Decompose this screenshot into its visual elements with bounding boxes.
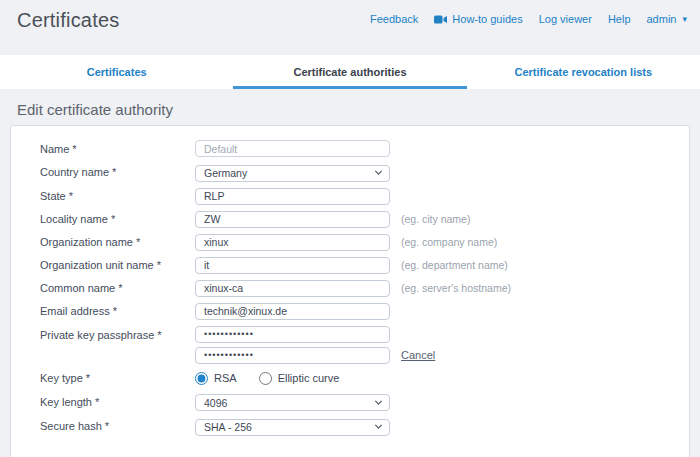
feedback-link[interactable]: Feedback (370, 13, 418, 25)
organization-label: Organization name* (31, 236, 195, 248)
locality-input[interactable] (195, 211, 390, 228)
state-label: State* (31, 190, 195, 202)
video-camera-icon (434, 15, 447, 24)
email-input[interactable] (195, 303, 390, 320)
header: Certificates Feedback How-to guides Log … (0, 0, 700, 55)
secure-hash-label: Secure hash* (31, 420, 195, 432)
organization-input[interactable] (195, 234, 390, 251)
field-row-organization-unit: Organization unit name* (eg. department … (31, 257, 669, 274)
howto-guides-label: How-to guides (452, 13, 522, 25)
howto-guides-link[interactable]: How-to guides (434, 13, 522, 25)
rsa-radio-label: RSA (214, 372, 237, 384)
country-label: Country name* (31, 166, 195, 178)
organization-unit-input[interactable] (195, 257, 390, 274)
key-type-rsa-radio[interactable]: RSA (195, 372, 237, 385)
field-row-country: Country name* Germany (31, 163, 669, 182)
passphrase-input[interactable] (195, 326, 390, 343)
field-row-locality: Locality name* (eg. city name) (31, 211, 669, 228)
organization-hint: (eg. company name) (401, 236, 497, 248)
field-row-common-name: Common name* (eg. server's hostname) (31, 280, 669, 297)
field-row-key-length: Key length* 4096 (31, 393, 669, 412)
field-row-state: State* (31, 188, 669, 205)
tab-bar: Certificates Certificate authorities Cer… (0, 55, 700, 89)
name-input[interactable] (195, 140, 390, 157)
state-input[interactable] (195, 188, 390, 205)
organization-unit-label: Organization unit name* (31, 259, 195, 271)
log-viewer-link[interactable]: Log viewer (539, 13, 592, 25)
locality-hint: (eg. city name) (401, 213, 470, 225)
page-title: Certificates (17, 9, 119, 32)
elliptic-curve-radio-input[interactable] (259, 372, 272, 385)
field-row-key-type: Key type* RSA Elliptic curve (31, 370, 669, 387)
section-title: Edit certificate authority (17, 101, 700, 118)
email-label: Email address* (31, 305, 195, 317)
field-row-organization: Organization name* (eg. company name) (31, 234, 669, 251)
key-type-elliptic-radio[interactable]: Elliptic curve (259, 372, 340, 385)
edit-certificate-authority-form: Name* Country name* Germany State* Local… (10, 125, 690, 457)
passphrase-label: Private key passphrase* (31, 326, 195, 341)
organization-unit-hint: (eg. department name) (401, 259, 508, 271)
key-length-label: Key length* (31, 396, 195, 408)
chevron-down-icon: ▾ (682, 15, 687, 24)
field-row-name: Name* (31, 140, 669, 157)
common-name-hint: (eg. server's hostname) (401, 282, 511, 294)
key-type-label: Key type* (31, 372, 195, 384)
secure-hash-select[interactable]: SHA - 256 (195, 419, 390, 436)
field-row-email: Email address* (31, 303, 669, 320)
admin-menu[interactable]: admin ▾ (647, 13, 688, 25)
tab-certificates[interactable]: Certificates (0, 55, 233, 89)
rsa-radio-input[interactable] (195, 372, 208, 385)
elliptic-curve-radio-label: Elliptic curve (278, 372, 340, 384)
key-length-select[interactable]: 4096 (195, 394, 390, 411)
name-label: Name* (31, 143, 195, 155)
top-links: Feedback How-to guides Log viewer Help a… (370, 13, 687, 25)
field-row-secure-hash: Secure hash* SHA - 256 (31, 417, 669, 436)
passphrase-confirm-input[interactable] (195, 347, 390, 364)
help-link[interactable]: Help (608, 13, 631, 25)
admin-menu-label: admin (647, 13, 677, 25)
locality-label: Locality name* (31, 213, 195, 225)
common-name-input[interactable] (195, 280, 390, 297)
cancel-link[interactable]: Cancel (401, 349, 435, 361)
country-select[interactable]: Germany (195, 165, 390, 182)
field-row-passphrase: Private key passphrase* Cancel (31, 326, 669, 364)
tab-certificate-authorities[interactable]: Certificate authorities (233, 55, 466, 89)
tab-certificate-revocation-lists[interactable]: Certificate revocation lists (467, 55, 700, 89)
common-name-label: Common name* (31, 282, 195, 294)
